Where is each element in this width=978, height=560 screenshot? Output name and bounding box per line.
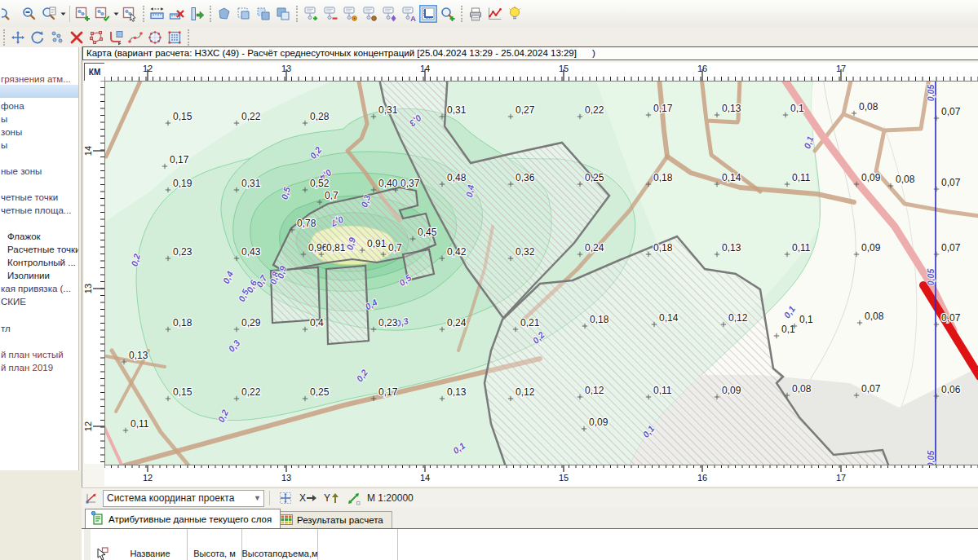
toolbar-button-frame-cursor[interactable] [120,4,139,24]
svg-text:17: 17 [836,473,846,483]
ruler-unit-label: КМ [84,63,105,82]
tree-item[interactable]: фона [1,100,24,112]
toolbar-button-node-brown[interactable] [360,4,379,24]
map-canvas[interactable]: 0,20,30,30,40,50,70,40,20,40,50,60,70,80… [104,81,978,465]
toolbar-grip[interactable] [461,6,462,22]
toolbar-grip[interactable] [296,6,298,22]
toolbar-button-print[interactable] [466,4,485,24]
svg-text:0,43: 0,43 [241,246,261,258]
tree-item[interactable]: грязнения атм... [1,73,71,86]
toolbar-button-shape-3[interactable] [254,4,273,24]
svg-text:13: 13 [281,473,291,483]
tree-item[interactable]: й план чистый [1,349,64,361]
toolbar-button-scatter[interactable] [47,28,67,47]
tab-label: Атрибутивные данные текущего слоя [108,514,272,524]
svg-text:0,17: 0,17 [170,154,189,165]
toolbar-button-node-target[interactable] [340,4,360,24]
sidebar-filler [0,470,82,560]
coord-system-select[interactable]: Система координат проекта ▼ [103,490,264,507]
tree-item[interactable]: ные зоны [1,165,42,178]
svg-text:0,17: 0,17 [378,386,398,398]
tree-item[interactable]: четные точки [1,192,58,204]
toolbar-button-mesh-square[interactable] [165,28,184,47]
toolbar-button-corner-edit[interactable] [106,28,126,47]
svg-text:0,31: 0,31 [241,178,261,189]
dropdown-arrow-icon[interactable] [59,4,67,24]
tree-item[interactable]: СКИЕ [1,296,26,308]
toolbar-grip[interactable] [3,29,5,46]
tree-item[interactable]: кая привязка (... [1,283,71,295]
tree-item[interactable]: ы [1,113,7,126]
tree-item[interactable]: й план 2019 [1,362,53,374]
svg-text:0,13: 0,13 [722,103,741,114]
toolbar-grip[interactable] [188,29,189,46]
column-header[interactable]: Высотаподъема,м [242,529,318,560]
toolbar-button-node-remove[interactable] [321,4,340,24]
toolbar-grip[interactable] [143,6,144,22]
toolbar-button-circle-mesh[interactable] [145,28,165,47]
svg-text:0,31: 0,31 [378,104,398,116]
svg-text:0,18: 0,18 [653,242,673,254]
svg-text:0,27: 0,27 [516,104,535,116]
toolbar-button-zoom-cut[interactable] [0,4,20,24]
tree-item[interactable]: четные площа... [1,205,71,217]
svg-text:0,08: 0,08 [896,174,915,185]
tree-item[interactable]: тл [1,323,11,335]
ruler-left: 141312 [84,81,104,464]
scale-value: М 1:20000 [367,492,414,504]
svg-text:0,18: 0,18 [173,317,193,329]
toolbar-button-ruler-x[interactable] [167,4,187,24]
layers-tree-panel[interactable]: грязнения атм...фонаызоныыные зонычетные… [0,47,79,470]
toolbar-button-shape-1[interactable] [215,4,234,24]
tree-item[interactable]: Расчетные точки [7,244,79,256]
svg-text:0,48: 0,48 [447,172,467,183]
svg-text:14: 14 [420,64,430,73]
svg-text:A: A [410,15,416,22]
dropdown-arrow-icon[interactable] [112,4,120,24]
tree-item[interactable]: зоны [1,126,22,139]
toolbar-button-node-label[interactable]: A [399,4,418,24]
svg-text:0,25: 0,25 [310,386,330,398]
toolbar-button-zoom-plus[interactable] [438,4,458,24]
tree-item[interactable]: Изолинии [7,270,50,282]
tree-item[interactable]: ы [1,139,7,152]
toolbar-button-shape-4[interactable] [273,4,293,24]
toolbar-button-curve-nodes[interactable] [126,28,145,47]
map-statusbar: Система координат проекта ▼ X Y М 1:2000… [82,487,978,508]
toolbar-button-frame-add[interactable] [73,4,92,24]
toolbar-button-zoom-page[interactable] [39,4,59,24]
toolbar-button-chart[interactable] [485,4,505,24]
svg-text:0,14: 0,14 [722,172,741,183]
x-axis-indicator: X [299,492,317,504]
toolbar-grip[interactable] [210,6,211,22]
toolbar-button-rotate[interactable] [28,28,47,47]
tree-item[interactable]: Контрольный ... [7,257,76,269]
toolbar-separator [69,6,70,22]
toolbar-button-move[interactable] [8,28,28,47]
svg-text:0,18: 0,18 [653,172,673,183]
ruler-top: 121314151617 [104,63,978,81]
toolbar-button-frame-check[interactable] [92,4,112,24]
column-header[interactable]: Высота, м [188,529,242,560]
toolbar-button-node-add[interactable] [301,4,321,24]
toolbar-button-node-move[interactable] [379,4,399,24]
svg-text:0,22: 0,22 [241,386,261,398]
toolbar-button-grid-active[interactable] [418,4,438,24]
tab-attribute-data[interactable]: Атрибутивные данные текущего слоя [85,509,281,528]
tree-item[interactable]: Флажок [7,231,41,243]
column-header[interactable]: Название [113,529,188,560]
toolbar-button-del-x[interactable] [67,28,86,47]
svg-text:0,32: 0,32 [516,246,535,258]
toolbar-button-poly-nodes[interactable] [86,28,106,47]
combo-dropdown-icon[interactable]: ▼ [251,494,263,502]
svg-text:12: 12 [143,64,153,73]
svg-text:0,21: 0,21 [520,317,540,329]
toolbar-button-bulb[interactable] [505,4,524,24]
tab-calc-results[interactable]: Результаты расчета [274,511,392,529]
tree-item-selected[interactable] [0,85,78,98]
toolbar-button-shape-2[interactable] [234,4,254,24]
toolbar-button-ruler[interactable] [148,4,167,24]
pan-mode-icon[interactable] [278,491,293,505]
toolbar-button-zoom-out[interactable] [20,4,39,24]
toolbar-button-bar-arrow[interactable] [187,4,206,24]
